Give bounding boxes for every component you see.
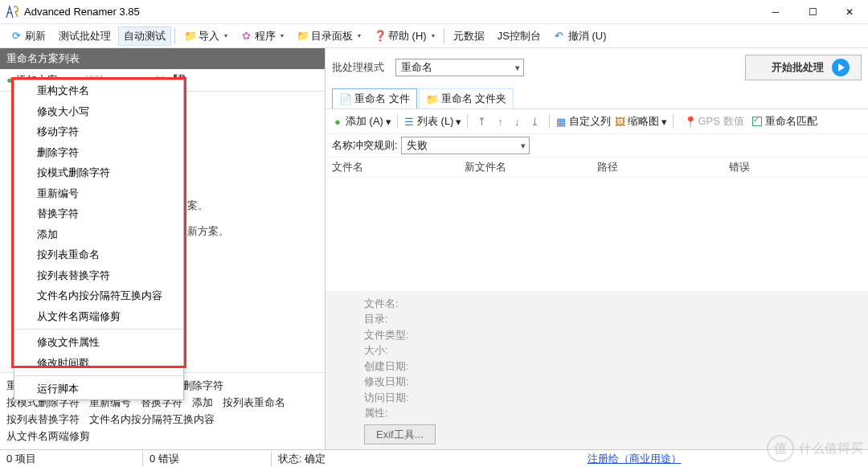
window-title: Advanced Renamer 3.85 — [24, 6, 140, 18]
add-files-button[interactable]: ●添加 (A)▾ — [332, 114, 391, 129]
program-button[interactable]: ✿程序▾ — [235, 27, 289, 46]
close-button[interactable]: ✕ — [831, 0, 868, 24]
thumbnail-icon: 🖼 — [614, 116, 625, 128]
move-down-button[interactable]: ↓ — [510, 116, 524, 128]
pin-icon: 📍 — [684, 116, 695, 128]
columns-icon: ▦ — [555, 116, 567, 128]
batch-mode-label: 批处理模式 — [332, 60, 384, 75]
menu-item[interactable]: 重构文件名 — [14, 80, 183, 101]
undo-icon: ↶ — [554, 30, 565, 42]
preset-item[interactable]: 文件名内按分隔符互换内容 — [89, 412, 215, 427]
refresh-button[interactable]: ⟳刷新 — [5, 27, 51, 46]
status-items: 0 项目 — [0, 452, 143, 466]
status-state: 状态: 确定 — [272, 452, 400, 466]
conflict-label: 名称冲突规则: — [332, 138, 398, 153]
preset-item[interactable]: 按列表替换字符 — [6, 412, 80, 427]
conflict-select[interactable]: 失败 — [401, 137, 530, 154]
preset-item[interactable]: 添加 — [192, 395, 213, 410]
move-bottom-button[interactable]: ⤓ — [526, 116, 543, 128]
col-path[interactable]: 路径 — [597, 160, 730, 174]
col-error[interactable]: 错误 — [729, 160, 862, 174]
refresh-icon: ⟳ — [10, 30, 22, 42]
undo-button[interactable]: ↶撤消 (U) — [548, 27, 612, 46]
thumbs-button[interactable]: 🖼缩略图▾ — [614, 114, 667, 129]
test-batch-button[interactable]: 测试批处理 — [53, 27, 117, 46]
plus-icon: ● — [332, 116, 343, 128]
folder-icon: 📁 — [184, 30, 195, 42]
list-icon: ☰ — [403, 116, 415, 128]
hint2: 加新方案。 — [177, 223, 229, 240]
menu-item[interactable]: 按列表重命名 — [14, 244, 183, 265]
menu-item[interactable]: 按模式删除字符 — [14, 162, 183, 183]
check-icon — [752, 117, 762, 126]
start-batch-button[interactable]: 开始批处理 — [745, 55, 862, 80]
rename-match-toggle[interactable]: 重命名匹配 — [752, 114, 817, 129]
folder-panel-button[interactable]: 📁目录面板▾ — [291, 27, 366, 46]
batch-mode-select[interactable]: 重命名 — [395, 59, 524, 76]
menu-item[interactable]: 按列表替换字符 — [14, 265, 183, 286]
file-list-area[interactable] — [326, 178, 868, 291]
play-icon — [832, 59, 850, 76]
auto-test-button[interactable]: 自动测试 — [118, 27, 171, 46]
gear-icon: ✿ — [240, 30, 252, 42]
tab-rename-folders[interactable]: 📁重命名 文件夹 — [419, 88, 514, 109]
help-button[interactable]: ❓帮助 (H)▾ — [368, 27, 440, 46]
watermark: 值什么值得买 — [767, 435, 863, 462]
col-filename[interactable]: 文件名 — [332, 160, 465, 174]
menu-item[interactable]: 修改时间戳 — [14, 353, 183, 374]
folder-icon: 📁 — [426, 93, 437, 105]
jsconsole-button[interactable]: JS控制台 — [492, 27, 547, 46]
move-top-button[interactable]: ⤒ — [473, 116, 490, 128]
minimize-button[interactable]: ─ — [757, 0, 794, 24]
menu-item[interactable]: 移动字符 — [14, 121, 183, 142]
menu-item[interactable]: 替换字符 — [14, 203, 183, 224]
scheme-list-header: 重命名方案列表 — [0, 48, 325, 69]
menu-item[interactable]: 运行脚本 — [14, 379, 183, 399]
file-icon: 📄 — [339, 93, 350, 105]
status-errors: 0 错误 — [143, 452, 272, 466]
app-icon — [5, 5, 19, 19]
menu-item[interactable]: 添加 — [14, 224, 183, 245]
list-button[interactable]: ☰列表 (L)▾ — [403, 114, 462, 129]
help-icon: ❓ — [374, 30, 385, 42]
exif-button[interactable]: Exif工具... — [364, 424, 436, 445]
menu-item[interactable]: 删除字符 — [14, 142, 183, 163]
col-newname[interactable]: 新文件名 — [465, 160, 597, 174]
move-up-button[interactable]: ↑ — [493, 116, 507, 128]
preset-item[interactable]: 按列表重命名 — [223, 395, 285, 410]
menu-item[interactable]: 文件名内按分隔符互换内容 — [14, 285, 183, 306]
maximize-button[interactable]: ☐ — [794, 0, 831, 24]
menu-item[interactable]: 修改大小写 — [14, 101, 183, 122]
tab-rename-files[interactable]: 📄重命名 文件 — [332, 88, 417, 109]
preset-item[interactable]: 删除字符 — [182, 379, 223, 393]
add-scheme-dropdown: 重构文件名 修改大小写 移动字符 删除字符 按模式删除字符 重新编号 替换字符 … — [14, 80, 184, 400]
menu-item[interactable]: 重新编号 — [14, 183, 183, 204]
plus-icon: ● — [6, 74, 13, 86]
menu-item[interactable]: 从文件名两端修剪 — [14, 306, 183, 327]
menu-item[interactable]: 修改文件属性 — [14, 332, 183, 353]
import-button[interactable]: 📁导入▾ — [178, 27, 233, 46]
folder-panel-icon: 📁 — [297, 30, 308, 42]
file-details: 文件名: 目录: 文件类型: 大小: 创建日期: 修改日期: 访问日期: 属性:… — [326, 291, 868, 450]
metadata-button[interactable]: 元数据 — [448, 27, 490, 46]
gps-button[interactable]: 📍GPS 数值 — [679, 113, 748, 130]
custom-cols-button[interactable]: ▦自定义列 — [555, 114, 611, 129]
preset-item[interactable]: 从文件名两端修剪 — [6, 429, 90, 444]
